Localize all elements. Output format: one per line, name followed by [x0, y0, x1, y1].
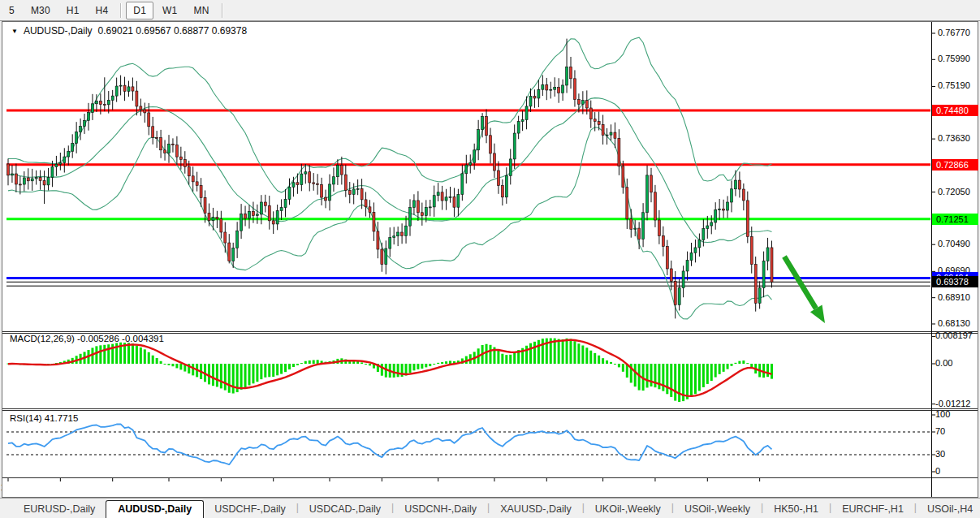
macd-histogram-bar [252, 364, 254, 383]
rsi-axis-label: 70 [935, 426, 945, 436]
candle-bull [606, 135, 608, 136]
candle-bear [585, 101, 588, 108]
candle-bear [321, 184, 323, 197]
candle-bear [666, 246, 668, 269]
candle-bear [309, 172, 311, 183]
chart-tab-usdchf-daily[interactable]: USDCHF-,Daily [204, 501, 296, 518]
toolbar-separator [222, 3, 222, 18]
candle-bull [115, 86, 118, 96]
macd-histogram-bar [417, 364, 419, 369]
chart-tab-usoil-weekly[interactable]: USOil-,Weekly [674, 501, 761, 518]
timeframe-button-w1[interactable]: W1 [155, 2, 184, 19]
candle-bull [437, 192, 439, 196]
macd-histogram-bar [727, 364, 729, 369]
macd-histogram-bar [309, 360, 311, 364]
macd-histogram-bar [171, 364, 174, 366]
timeframe-button-h4[interactable]: H4 [89, 2, 116, 19]
chart-tab-usdcad-daily[interactable]: USDCAD-,Daily [299, 501, 391, 518]
candle-bull [678, 288, 680, 305]
candle-bull [284, 199, 287, 207]
macd-histogram-bar [412, 364, 415, 370]
macd-histogram-bar [698, 364, 701, 391]
chart-tab-usoil-h4[interactable]: USOil-,H4 [917, 501, 980, 518]
macd-histogram-bar [288, 364, 291, 369]
symbol-dropdown-icon[interactable]: ▼ [11, 28, 18, 35]
macd-histogram-bar [509, 355, 512, 364]
macd-histogram-bar [570, 339, 572, 364]
chart-tab-usdcnh-daily[interactable]: USDCNH-,Daily [394, 501, 487, 518]
macd-histogram-bar [742, 360, 745, 364]
macd-histogram-bar [381, 364, 383, 376]
candle-bear [208, 214, 210, 221]
macd-histogram-bar [558, 339, 560, 364]
timeframe-button-mn[interactable]: MN [186, 2, 216, 19]
candle-bear [723, 209, 725, 210]
macd-histogram-bar [614, 364, 616, 365]
candle-bull [505, 175, 507, 196]
candle-bull [537, 89, 540, 98]
candle-bull [449, 196, 451, 197]
candle-bear [738, 180, 740, 189]
macd-histogram-bar [300, 363, 303, 364]
candle-bull [727, 202, 729, 210]
candle-bear [152, 127, 154, 138]
candle-bull [682, 271, 684, 288]
macd-histogram-bar [244, 364, 247, 387]
chart-tab-xauusd-daily[interactable]: XAUUSD-,Daily [490, 501, 582, 518]
rsi-axis-label: 30 [935, 449, 945, 459]
chart-tab-eurchf-h1[interactable]: EURCHF-,H1 [831, 501, 914, 518]
macd-histogram-bar [694, 364, 697, 394]
candle-bull [686, 261, 689, 271]
candle-bull [710, 222, 713, 226]
timeframe-button-d1[interactable]: D1 [126, 2, 153, 19]
candle-bull [212, 218, 214, 221]
macd-histogram-bar [750, 364, 753, 367]
candle-bull [385, 248, 387, 265]
candle-bear [200, 185, 202, 197]
chart-tab-audusd-daily[interactable]: AUDUSD-,Daily [106, 500, 204, 518]
macd-axis-label: -0.01212 [935, 399, 970, 408]
timeframe-button-h1[interactable]: H1 [59, 2, 87, 19]
macd-histogram-bar [678, 364, 680, 402]
candle-bull [67, 151, 70, 157]
candle-bear [348, 191, 351, 195]
macd-histogram-bar [618, 364, 620, 367]
chart-tab-hk50-h1[interactable]: HK50-,H1 [763, 501, 829, 518]
macd-histogram-bar [103, 345, 106, 364]
macd-histogram-bar [168, 364, 171, 365]
macd-histogram-bar [585, 347, 588, 364]
macd-histogram-bar [449, 360, 451, 364]
candle-bear [670, 269, 672, 281]
candle-bull [389, 238, 391, 249]
candle-bear [598, 122, 600, 125]
candle-bull [694, 248, 697, 253]
candle-bear [742, 189, 745, 201]
candle-bull [469, 162, 472, 165]
price-axis-label: 0.70490 [938, 239, 970, 248]
candle-bull [260, 202, 262, 214]
macd-histogram-bar [240, 364, 243, 390]
macd-histogram-bar [224, 364, 227, 391]
candle-bear [144, 110, 146, 113]
candle-bear [179, 157, 182, 159]
macd-histogram-bar [577, 343, 580, 364]
candle-bear [618, 138, 620, 166]
candle-bear [196, 182, 198, 185]
candle-bear [19, 184, 21, 185]
candle-bull [329, 184, 331, 201]
candle-bull [634, 228, 637, 229]
macd-histogram-bar [622, 364, 624, 372]
timeframe-button-5[interactable]: 5 [2, 2, 22, 19]
candle-bear [674, 281, 676, 304]
candle-bull [304, 172, 307, 174]
macd-histogram-bar [232, 364, 235, 394]
chart-canvas[interactable] [0, 0, 980, 518]
candle-bull [236, 231, 239, 248]
macd-indicator-label: MACD(12,26,9) -0.005286 -0.004391 [10, 334, 164, 343]
chart-tab-eurusd-daily[interactable]: EURUSD-,Daily [13, 501, 106, 518]
chart-tab-ukoil-weekly[interactable]: UKOil-,Weekly [585, 501, 671, 518]
candle-bull [477, 130, 480, 150]
timeframe-button-m30[interactable]: M30 [24, 2, 58, 19]
macd-histogram-bar [598, 356, 600, 364]
candle-bull [107, 100, 110, 104]
